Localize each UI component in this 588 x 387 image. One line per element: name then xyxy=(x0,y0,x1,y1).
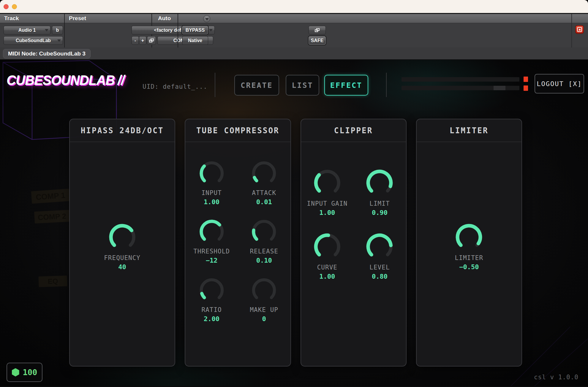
preset-section: Preset <factory default> - + COMPARE xyxy=(65,14,152,48)
limiter-knob[interactable] xyxy=(455,223,483,251)
clip-indicator-icon xyxy=(524,85,528,91)
appbar-divider xyxy=(215,73,215,97)
native-button[interactable]: Native xyxy=(182,36,208,45)
plugin-selector[interactable]: CubeSoundLab xyxy=(4,36,63,45)
logout-button[interactable]: LOGOUT [X] xyxy=(535,74,584,93)
preset-next-button[interactable]: + xyxy=(139,36,146,45)
automation-button[interactable] xyxy=(309,26,326,34)
list-tab[interactable]: LIST xyxy=(286,75,319,96)
dropdown-triangle-icon xyxy=(205,18,209,20)
logo-slashes: // xyxy=(118,72,124,88)
auto-section-label: Auto xyxy=(158,15,171,22)
attack-knob[interactable] xyxy=(251,160,277,186)
dropdown-triangle-icon xyxy=(209,29,213,31)
curve-knob[interactable] xyxy=(313,232,342,261)
create-tab[interactable]: CREATE xyxy=(234,75,279,96)
panel-title: LIMITER xyxy=(450,126,489,135)
release-knob[interactable] xyxy=(251,219,277,245)
panel-title: HIPASS 24DB/OCT xyxy=(81,126,164,135)
plugin-header: Track Audio 1 b CubeSoundLab Preset <fac… xyxy=(0,13,588,47)
track-section: Track Audio 1 b CubeSoundLab xyxy=(0,14,65,48)
plugin-window: Track Audio 1 b CubeSoundLab Preset <fac… xyxy=(0,0,588,387)
credits-badge: 100 xyxy=(7,363,42,382)
midi-node-label: MIDI Node: CubeSoundLab 3 xyxy=(3,49,91,58)
knob-curve: CURVE 1.00 xyxy=(313,232,342,280)
midi-node-row: MIDI Node: CubeSoundLab 3 xyxy=(0,47,588,60)
appbar-divider xyxy=(386,73,387,97)
panel-title: CLIPPER xyxy=(334,126,373,135)
input-knob[interactable] xyxy=(199,160,225,186)
plugin-content: COMP 1 COMP 2 EQ CUBESOUNDLAB// UID: def… xyxy=(0,60,588,386)
knob-ratio: RATIO 2.00 xyxy=(199,277,225,323)
target-icon[interactable] xyxy=(575,25,584,34)
effect-tab[interactable]: EFFECT xyxy=(324,75,368,96)
panel-limiter: LIMITER LIMITER −0.50 xyxy=(416,119,522,367)
titlebar xyxy=(0,0,588,13)
knob-makeup: MAKE UP 0 xyxy=(250,277,278,323)
knob-attack: ATTACK 0.01 xyxy=(251,160,277,206)
effect-panels: HIPASS 24DB/OCT FREQUENCY 40 TUBE COMPRE… xyxy=(69,119,522,367)
header-divider xyxy=(571,14,572,48)
knob-input: INPUT 1.00 xyxy=(199,160,225,206)
preset-menu-button[interactable] xyxy=(203,15,210,22)
level-meter-top xyxy=(402,77,519,82)
limit-knob[interactable] xyxy=(365,169,394,197)
level-knob[interactable] xyxy=(365,232,394,261)
knob-input-gain: INPUT GAIN 1.00 xyxy=(307,169,347,216)
knob-release: RELEASE 0.10 xyxy=(250,219,278,264)
ratio-knob[interactable] xyxy=(199,277,225,303)
panel-clipper: CLIPPER INPUT GAIN 1.00 LIMIT 0.90 xyxy=(301,119,407,367)
dropdown-triangle-icon xyxy=(57,39,61,42)
minimize-window-button[interactable] xyxy=(12,4,17,9)
threshold-knob[interactable] xyxy=(199,219,225,245)
version-text: csl v 1.0.0 xyxy=(534,374,578,381)
track-section-label: Track xyxy=(4,15,19,22)
hexagon-icon xyxy=(12,368,19,377)
frequency-knob[interactable] xyxy=(108,223,137,251)
auto-section: Auto SAFE xyxy=(152,14,178,48)
app-logo: CUBESOUNDLAB// xyxy=(7,72,124,88)
preset-section-label: Preset xyxy=(69,15,86,22)
knob-limit: LIMIT 0.90 xyxy=(365,169,394,216)
dropdown-triangle-icon xyxy=(45,29,48,31)
clip-indicator-icon xyxy=(524,77,528,82)
panel-title: TUBE COMPRESSOR xyxy=(196,126,279,135)
panel-tube-compressor: TUBE COMPRESSOR INPUT 1.00 ATTACK 0.01 xyxy=(185,119,291,367)
knob-threshold: THRESHOLD −12 xyxy=(193,219,230,264)
panel-hipass: HIPASS 24DB/OCT FREQUENCY 40 xyxy=(69,119,175,367)
track-selector[interactable]: Audio 1 xyxy=(4,26,50,34)
close-window-button[interactable] xyxy=(4,4,9,9)
preset-previous-button[interactable]: - xyxy=(132,36,139,45)
knob-frequency: FREQUENCY 40 xyxy=(104,223,140,271)
knob-level: LEVEL 0.80 xyxy=(365,232,394,280)
level-meter-bottom xyxy=(402,86,519,90)
track-variant-selector[interactable]: b xyxy=(52,26,63,34)
uid-text: UID: default_... xyxy=(143,83,207,90)
knob-limiter: LIMITER −0.50 xyxy=(455,223,483,271)
makeup-knob[interactable] xyxy=(251,277,277,303)
safe-button[interactable]: SAFE xyxy=(309,36,326,45)
automation-windows-icon xyxy=(315,28,320,32)
input-gain-knob[interactable] xyxy=(313,169,342,197)
bypass-button[interactable]: BYPASS xyxy=(182,26,208,34)
credits-count: 100 xyxy=(23,368,37,377)
